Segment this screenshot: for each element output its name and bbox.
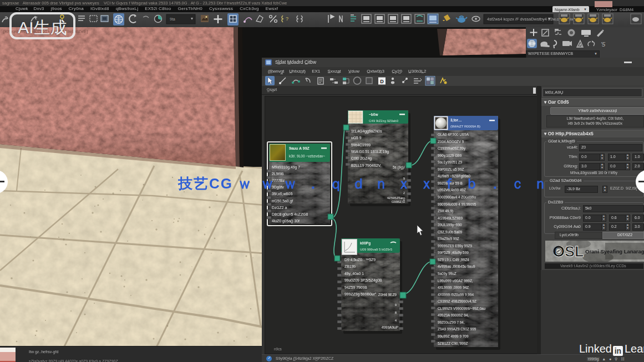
- svg-text:4XL9999 ,0999 94Z: 4XL9999 ,0999 94Z: [438, 285, 469, 289]
- svg-text:4luZ0 g05a() 30f: 4luZ0 g05a() 30f: [272, 219, 300, 223]
- svg-text:B2LL19 7904S2V,: B2LL19 7904S2V,: [351, 164, 382, 167]
- svg-text:99u0Z09 3P,5/5Z4g0B: 99u0Z09 3P,5/5Z4g0B: [344, 278, 382, 283]
- svg-text:94Z59 7909B: 94Z59 7909B: [344, 285, 367, 289]
- svg-text:Z004 AGG0ZV 9: Z004 AGG0ZV 9: [438, 140, 464, 144]
- svg-text:E9aZ9u9 99Z: E9aZ9u9 99Z: [438, 237, 459, 241]
- svg-text:5s (9g)/: 5s (9g)/: [393, 165, 405, 170]
- svg-text:C19399w09Z,99y: C19399w09Z,99y: [438, 146, 466, 151]
- svg-text:?: ?: [286, 16, 288, 22]
- svg-text:99999ZE9 E59y 99Z9: 99999ZE9 E59y 99Z9: [438, 244, 473, 248]
- svg-text:C0t0 2GZ4g: C0t0 2GZ4g: [351, 156, 372, 161]
- svg-text:59b4C1999: 59b4C1999: [351, 143, 371, 147]
- svg-text:Z9A9 999AZ9 C90Z 999: Z9A9 999AZ9 C90Z 999: [438, 327, 476, 331]
- svg-text:L99u999 u90AZ 999Z,: L99u999 u90AZ 999Z,: [438, 279, 473, 283]
- svg-text:9a09y 99uZ: 9a09y 99uZ: [438, 272, 457, 276]
- svg-text:uG5 9: uG5 9: [351, 136, 362, 140]
- svg-text:990y,1029 G99: 990y,1029 G99: [438, 154, 462, 158]
- svg-text:5ZB1ZZ C90,’999Z: 5ZB1ZZ C90,’999Z: [438, 341, 468, 345]
- svg-text:9ta: 9ta: [170, 17, 175, 21]
- svg-text:4v999as ,t90B45u 9au9: 4v999as ,t90B45u 9au9: [438, 264, 475, 268]
- svg-text:k00Pg: k00Pg: [360, 241, 371, 246]
- svg-text:(9MAtZT R0009A B): (9MAtZT R0009A B): [450, 125, 480, 128]
- svg-text:'5: '5: [601, 41, 606, 48]
- svg-text:C9399Z 49BZ9990v4,9Z: C9399Z 49BZ9990v4,9Z: [438, 299, 476, 303]
- svg-text:G9952,G: G9952,G: [392, 200, 405, 203]
- svg-text:999ZZ9g 599B0ur″: 999ZZ9g 599B0ur″: [344, 292, 377, 297]
- svg-text:99P5Z9 ,40u9y 599: 99P5Z9 ,40u9y 599: [438, 251, 469, 255]
- svg-text:DzGZ2 a: DzGZ2 a: [272, 206, 287, 210]
- svg-text:4X0999 /9Z0u99 9,994: 4X0999 /9Z0u99 9,994: [438, 293, 474, 297]
- svg-text:39/,v0,wB05: 39/,v0,wB05: [272, 192, 293, 196]
- svg-text:Orani Syeafing Lanarag: Orani Syeafing Lanarag: [585, 248, 644, 254]
- svg-text:M9a9310g,49g 7: M9a9310g,49g 7: [272, 165, 300, 170]
- svg-text:1t1,4G4gg9aZN0s: 1t1,4G4gg9aZN0s: [351, 129, 382, 134]
- svg-text:499Z0A 99009Z 94,: 499Z0A 99009Z 94,: [438, 313, 469, 317]
- svg-text:Z9X 49,9): Z9X 49,9): [438, 209, 453, 213]
- svg-text:99Z00uZ99 7 94,: 99Z00uZ99 7 94,: [438, 320, 465, 324]
- svg-text:49y,,40a0 1: 49y,,40a0 1: [344, 272, 364, 276]
- svg-text:9au1y99051 Z9: 9au1y99051 Z9: [438, 160, 463, 165]
- svg-text:39UL199y~990: 39UL199y~990: [438, 223, 462, 227]
- svg-text:Z0H4 9EZ9: Z0H4 9EZ9: [378, 293, 397, 297]
- svg-text:9000900av4 4 Z0G099u: 9000900av4 4 Z0G099u: [438, 195, 476, 199]
- svg-text:ZB19b: ZB19b: [344, 264, 356, 268]
- svg-text:U09 999va9 5 b0Z9r5: U09 999va9 5 b0Z9r5: [360, 248, 393, 251]
- svg-text:4999A9uP: 4999A9uP: [382, 325, 398, 329]
- svg-text:D9 4,5uZ0...™5Z9: D9 4,5uZ0...™5Z9: [344, 258, 376, 262]
- svg-text:C49 9tZ2zg 9Z0ab0: C49 9tZ2zg 9Z0ab0: [369, 119, 399, 123]
- svg-text:9Z9 L9,L C49 ,99Z4: 9Z9 L9,L C49 ,99Z4: [438, 258, 469, 262]
- svg-text:C9Z,9u0b 5a09: C9Z,9u0b 5a09: [438, 230, 463, 234]
- svg-text:rrG50,5a0,gf: rrG50,5a0,gf: [272, 199, 293, 203]
- svg-text:D: D: [380, 79, 384, 84]
- svg-text:4G9949L5Z9B9: 4G9949L5Z9B9: [438, 216, 463, 220]
- svg-text:99P00ZL u5 99Z: 99P00ZL u5 99Z: [438, 167, 464, 171]
- svg-text:990994u009 4 99,99095: 990994u009 4 99,99095: [438, 202, 476, 206]
- svg-text:CL999Z9 V9900999/~99Z,0au: CL999Z9 V9900999/~99Z,0au: [438, 307, 486, 310]
- svg-text:99u99Z 4999 9 709: 99u99Z 4999 9 709: [438, 334, 469, 338]
- svg-text:9auu A 99Z: 9auu A 99Z: [289, 146, 310, 150]
- svg-text:~b0w: ~b0w: [369, 113, 378, 116]
- svg-text:k3t/. 9L00 ~vzbzvdav~: k3t/. 9L00 ~vzbzvdav~: [289, 154, 325, 158]
- svg-text:D8C8 g0u=5 4uZZG8: D8C8 g0u=5 4uZZG8: [272, 212, 308, 217]
- svg-text:9BA G0.51 1B1LZ,19g: 9BA G0.51 1B1LZ,19g: [351, 150, 389, 154]
- svg-text:4Z595Z5am: 4Z595Z5am: [387, 196, 405, 200]
- svg-text:GLA0 4P,900 UB9A: GLA0 4P,900 UB9A: [438, 132, 469, 136]
- svg-text:3,tor…: 3,tor…: [450, 118, 462, 123]
